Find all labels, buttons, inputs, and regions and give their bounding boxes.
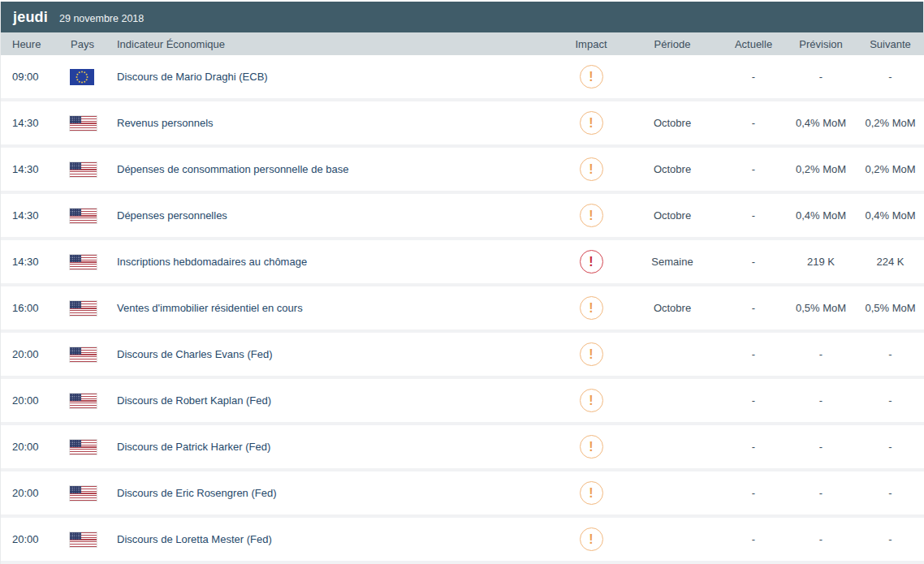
next-cell: -: [856, 379, 924, 422]
col-header-time[interactable]: Heure: [1, 32, 59, 55]
event-indicator[interactable]: Discours de Patrick Harker (Fed): [117, 425, 559, 468]
actual-cell: -: [721, 425, 786, 468]
forecast-cell: -: [786, 425, 856, 468]
flag-eu-icon: [70, 69, 94, 85]
forecast-cell: -: [786, 471, 856, 514]
actual-cell: -: [721, 518, 786, 561]
flag-us-icon: [70, 255, 97, 269]
impact-cell: !: [559, 518, 624, 561]
actual-cell: -: [721, 101, 786, 144]
next-cell: -: [856, 471, 924, 514]
impact-low-icon: !: [580, 342, 603, 366]
event-indicator[interactable]: Revenus personnels: [117, 101, 559, 144]
event-time: 20:00: [1, 333, 59, 376]
next-cell: -: [856, 55, 924, 98]
impact-cell: !: [559, 55, 624, 98]
forecast-cell: -: [786, 55, 856, 98]
event-time: 14:30: [1, 194, 59, 237]
period-cell: [624, 55, 721, 98]
country-flag-cell: [59, 286, 117, 329]
impact-low-icon: !: [580, 65, 603, 88]
impact-low-icon: !: [580, 204, 603, 227]
impact-cell: !: [559, 333, 624, 376]
impact-low-icon: !: [580, 481, 603, 505]
country-flag-cell: [59, 471, 117, 514]
flag-us-icon: [70, 209, 97, 223]
impact-low-icon: !: [580, 296, 603, 320]
table-row: 20:00 Discours de Charles Evans (Fed) ! …: [1, 333, 924, 379]
col-header-next[interactable]: Suivante: [856, 32, 924, 55]
forecast-cell: 0,4% MoM: [786, 101, 856, 144]
next-cell: 0,2% MoM: [856, 101, 924, 144]
country-flag-cell: [59, 55, 117, 98]
impact-high-icon: !: [580, 250, 603, 273]
impact-cell: !: [559, 194, 624, 237]
period-cell: [624, 425, 721, 468]
event-indicator[interactable]: Dépenses de consommation personnelle de …: [117, 148, 559, 191]
flag-us-icon: [70, 394, 97, 408]
event-indicator[interactable]: Discours de Mario Draghi (ECB): [117, 55, 559, 98]
next-cell: -: [856, 333, 924, 376]
period-cell: [624, 518, 721, 561]
actual-cell: -: [721, 379, 786, 422]
table-row: 09:00 Discours de Mario Draghi (ECB) ! -…: [1, 55, 924, 101]
col-header-impact[interactable]: Impact: [559, 32, 624, 55]
actual-cell: -: [721, 471, 786, 514]
impact-cell: !: [559, 240, 624, 283]
actual-cell: -: [721, 240, 786, 283]
event-indicator[interactable]: Discours de Eric Rosengren (Fed): [117, 471, 559, 514]
period-cell: [624, 471, 721, 514]
period-cell: [624, 333, 721, 376]
forecast-cell: 0,2% MoM: [786, 148, 856, 191]
event-indicator[interactable]: Ventes d'immobilier résidentiel en cours: [117, 286, 559, 329]
event-indicator[interactable]: Discours de Loretta Mester (Fed): [117, 518, 559, 561]
table-row: 14:30 Revenus personnels ! Octobre - 0,4…: [1, 101, 924, 148]
impact-cell: !: [559, 471, 624, 514]
impact-cell: !: [559, 379, 624, 422]
table-row: 20:00 Discours de Loretta Mester (Fed) !…: [1, 518, 924, 564]
country-flag-cell: [59, 425, 117, 468]
impact-cell: !: [559, 425, 624, 468]
flag-us-icon: [70, 116, 97, 131]
event-indicator[interactable]: Inscriptions hebdomadaires au chômage: [117, 240, 559, 283]
forecast-cell: 0,4% MoM: [786, 194, 856, 237]
next-cell: 224 K: [856, 240, 924, 283]
forecast-cell: 219 K: [786, 240, 856, 283]
event-time: 20:00: [1, 379, 59, 422]
event-time: 14:30: [1, 240, 59, 283]
flag-us-icon: [70, 440, 97, 454]
event-indicator[interactable]: Dépenses personnelles: [117, 194, 559, 237]
col-header-actual[interactable]: Actuelle: [721, 32, 786, 55]
table-row: 20:00 Discours de Robert Kaplan (Fed) ! …: [1, 379, 924, 425]
event-time: 16:00: [1, 286, 59, 329]
event-indicator[interactable]: Discours de Charles Evans (Fed): [117, 333, 559, 376]
country-flag-cell: [59, 379, 117, 422]
period-cell: Octobre: [624, 148, 721, 191]
calendar-day-title: jeudi: [13, 9, 48, 26]
country-flag-cell: [59, 333, 117, 376]
flag-us-icon: [70, 486, 97, 501]
country-flag-cell: [59, 101, 117, 144]
event-time: 14:30: [1, 101, 59, 144]
event-time: 20:00: [1, 518, 59, 561]
impact-cell: !: [559, 286, 624, 329]
event-time: 20:00: [1, 471, 59, 514]
impact-low-icon: !: [580, 527, 603, 551]
impact-low-icon: !: [580, 435, 603, 459]
country-flag-cell: [59, 240, 117, 283]
col-header-forecast[interactable]: Prévision: [786, 32, 856, 55]
col-header-indicator[interactable]: Indicateur Économique: [117, 32, 559, 55]
country-flag-cell: [59, 148, 117, 191]
impact-low-icon: !: [580, 111, 603, 135]
actual-cell: -: [721, 333, 786, 376]
col-header-period[interactable]: Période: [624, 32, 721, 55]
event-indicator[interactable]: Discours de Robert Kaplan (Fed): [117, 379, 559, 422]
flag-us-icon: [70, 162, 97, 177]
forecast-cell: -: [786, 518, 856, 561]
col-header-country[interactable]: Pays: [59, 32, 117, 55]
day-header-bar: jeudi 29 novembre 2018: [1, 2, 923, 32]
period-cell: Octobre: [624, 101, 721, 144]
flag-us-icon: [70, 301, 97, 316]
impact-cell: !: [559, 101, 624, 144]
next-cell: 0,5% MoM: [856, 286, 924, 329]
